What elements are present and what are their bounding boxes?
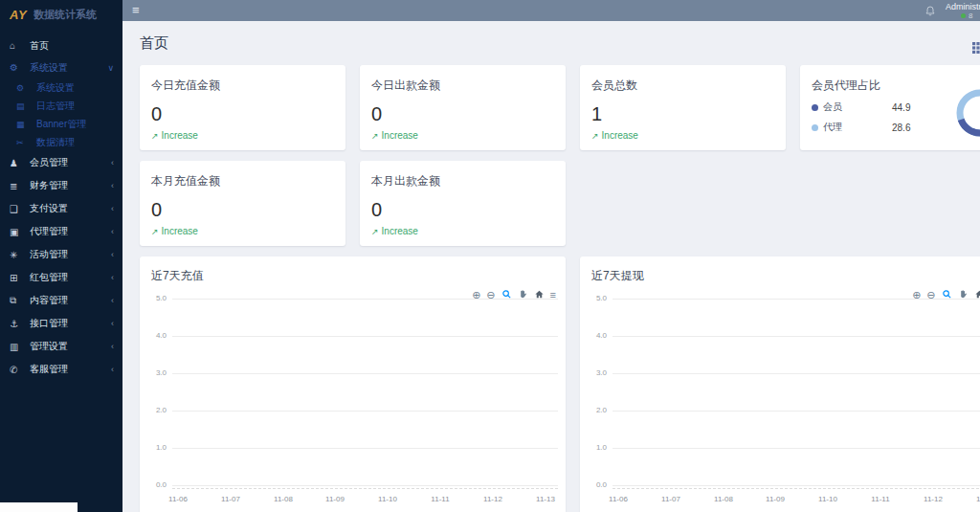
y-tick: 1.0 bbox=[584, 443, 607, 452]
sidebar-item-content[interactable]: ⧉ 内容管理 ‹ bbox=[0, 289, 122, 312]
sidebar-item-label: 首页 bbox=[30, 39, 114, 53]
sidebar-item-label: 接口管理 bbox=[30, 317, 111, 330]
card-footer: ↗Increase bbox=[151, 226, 198, 236]
legend-value: 44.9 bbox=[892, 102, 910, 113]
sidebar: AY 数据统计系统 ⌂ 首页 ⚙ 系统设置 ∨ ⚙ 系统设置 ▤ 日志管理 ▦ bbox=[0, 0, 122, 512]
sidebar-item-home[interactable]: ⌂ 首页 bbox=[0, 34, 122, 56]
notification-bell-icon[interactable] bbox=[924, 4, 936, 21]
chart-card-withdraw-7days: 近7天提现 ⊕ ⊖ ≡ 5.0 4.0 3.0 2.0 1.0 0.0 bbox=[580, 256, 980, 512]
legend-label: 代理 bbox=[823, 121, 867, 134]
sidebar-item-support[interactable]: ✆ 客服管理 ‹ bbox=[0, 358, 122, 381]
sidebar-menu: ⌂ 首页 ⚙ 系统设置 ∨ ⚙ 系统设置 ▤ 日志管理 ▦ Banner管理 ✂ bbox=[0, 34, 122, 381]
comment-icon: ✆ bbox=[10, 365, 24, 375]
x-tick: 11-09 bbox=[756, 495, 794, 503]
grid-icon[interactable] bbox=[972, 40, 980, 52]
gridline bbox=[612, 299, 980, 300]
chart-plot-area[interactable]: 11-06 11-07 11-08 11-09 11-10 11-11 11-1… bbox=[172, 299, 558, 485]
card-value: 0 bbox=[140, 94, 345, 125]
sidebar-item-label: 客服管理 bbox=[30, 363, 111, 376]
sidebar-item-admin-settings[interactable]: ▥ 管理设置 ‹ bbox=[0, 335, 122, 358]
stat-card-month-withdraw: 本月出款金额 0 ↗Increase bbox=[360, 161, 566, 246]
app-title: 数据统计系统 bbox=[33, 8, 97, 22]
sidebar-item-label: 会员管理 bbox=[30, 156, 111, 169]
sidebar-item-label: 系统设置 bbox=[30, 61, 107, 75]
sidebar-item-label: 内容管理 bbox=[30, 294, 111, 307]
stat-card-today-deposit: 今日充值金额 0 ↗Increase bbox=[140, 65, 345, 150]
x-tick: 11-06 bbox=[159, 495, 197, 503]
x-tick: 11-13 bbox=[526, 495, 565, 503]
gridline bbox=[612, 485, 980, 486]
legend-label: 会员 bbox=[823, 100, 867, 114]
card-value: 1 bbox=[580, 94, 786, 125]
sidebar-subitem-data-clean[interactable]: ✂ 数据清理 bbox=[0, 133, 122, 151]
y-tick: 5.0 bbox=[584, 294, 607, 302]
user-icon: ♟ bbox=[10, 158, 24, 168]
box-icon: ⊞ bbox=[10, 273, 24, 283]
stat-card-month-deposit: 本月充值金额 0 ↗Increase bbox=[140, 161, 345, 246]
y-tick: 5.0 bbox=[144, 294, 167, 302]
card-title: 本月出款金额 bbox=[360, 161, 566, 189]
sidebar-item-finance[interactable]: ≣ 财务管理 ‹ bbox=[0, 174, 122, 197]
gears-icon: ⚙ bbox=[10, 62, 24, 73]
id-card-icon: ▣ bbox=[10, 227, 24, 237]
app-logo[interactable]: AY 数据统计系统 bbox=[0, 0, 122, 29]
y-tick: 3.0 bbox=[584, 368, 607, 377]
gridline bbox=[172, 373, 558, 374]
chevron-left-icon: ‹ bbox=[111, 158, 114, 167]
y-tick: 0.0 bbox=[144, 480, 167, 489]
home-icon: ⌂ bbox=[10, 40, 24, 51]
sidebar-item-system-settings[interactable]: ⚙ 系统设置 ∨ bbox=[0, 56, 122, 78]
chevron-left-icon: ‹ bbox=[111, 181, 114, 190]
y-tick: 2.0 bbox=[144, 406, 167, 414]
card-title: 今日出款金额 bbox=[360, 65, 566, 94]
coins-icon: ≣ bbox=[10, 181, 24, 191]
card-value: 0 bbox=[360, 94, 566, 125]
card-title: 会员总数 bbox=[580, 65, 786, 94]
bookmark-icon: ❑ bbox=[10, 204, 24, 214]
chevron-left-icon: ‹ bbox=[111, 273, 114, 282]
sidebar-toggle-icon[interactable]: ≡ bbox=[132, 3, 140, 17]
gear-icon: ⚙ bbox=[16, 83, 31, 93]
legend-value: 28.6 bbox=[892, 122, 910, 133]
y-tick: 0.0 bbox=[584, 480, 607, 489]
sidebar-item-label: Banner管理 bbox=[36, 118, 114, 131]
member-legend-marker bbox=[812, 104, 818, 111]
dashboard-page: AY 数据统计系统 ⌂ 首页 ⚙ 系统设置 ∨ ⚙ 系统设置 ▤ 日志管理 ▦ bbox=[0, 0, 980, 512]
sidebar-item-payment[interactable]: ❑ 支付设置 ‹ bbox=[0, 197, 122, 220]
card-footer: ↗Increase bbox=[371, 130, 418, 141]
sidebar-item-agents[interactable]: ▣ 代理管理 ‹ bbox=[0, 220, 122, 243]
sidebar-item-label: 日志管理 bbox=[36, 100, 114, 113]
chevron-left-icon: ‹ bbox=[111, 319, 114, 328]
chart-plot-area[interactable]: 11-06 11-07 11-08 11-09 11-10 11-11 11-1… bbox=[612, 299, 980, 485]
card-title: 本月充值金额 bbox=[140, 161, 345, 189]
increase-arrow-icon: ↗ bbox=[591, 131, 599, 141]
sidebar-item-label: 支付设置 bbox=[30, 202, 111, 215]
log-icon: ▤ bbox=[16, 101, 31, 111]
x-tick: 11-08 bbox=[264, 495, 302, 503]
sidebar-subitem-banner-management[interactable]: ▦ Banner管理 bbox=[0, 115, 122, 133]
image-icon: ▦ bbox=[16, 120, 31, 129]
chevron-down-icon: ∨ bbox=[107, 63, 114, 73]
sidebar-item-members[interactable]: ♟ 会员管理 ‹ bbox=[0, 151, 122, 174]
sidebar-item-redpacket[interactable]: ⊞ 红包管理 ‹ bbox=[0, 266, 122, 289]
chevron-left-icon: ‹ bbox=[111, 204, 114, 213]
y-tick: 1.0 bbox=[144, 443, 167, 452]
gridline bbox=[172, 336, 558, 337]
chevron-left-icon: ‹ bbox=[111, 227, 114, 236]
increase-arrow-icon: ↗ bbox=[151, 131, 159, 141]
user-menu[interactable]: Administrator bbox=[946, 2, 980, 11]
gridline bbox=[172, 485, 558, 486]
sidebar-item-activities[interactable]: ✳ 活动管理 ‹ bbox=[0, 243, 122, 266]
chevron-left-icon: ‹ bbox=[111, 365, 114, 374]
x-tick: 11-11 bbox=[861, 495, 900, 503]
sidebar-subitem-system-settings[interactable]: ⚙ 系统设置 bbox=[0, 78, 122, 97]
stat-card-total-members: 会员总数 1 ↗Increase bbox=[580, 65, 786, 150]
id-badge-icon: ▥ bbox=[10, 342, 24, 352]
sidebar-item-api[interactable]: ⚓ 接口管理 ‹ bbox=[0, 312, 122, 335]
status-text-fragment: 8 bbox=[969, 11, 972, 20]
chevron-left-icon: ‹ bbox=[111, 342, 114, 351]
scissors-icon: ✂ bbox=[16, 138, 31, 147]
card-footer: ↗Increase bbox=[591, 130, 638, 141]
sidebar-item-label: 活动管理 bbox=[30, 248, 111, 261]
sidebar-subitem-log-management[interactable]: ▤ 日志管理 bbox=[0, 97, 122, 115]
